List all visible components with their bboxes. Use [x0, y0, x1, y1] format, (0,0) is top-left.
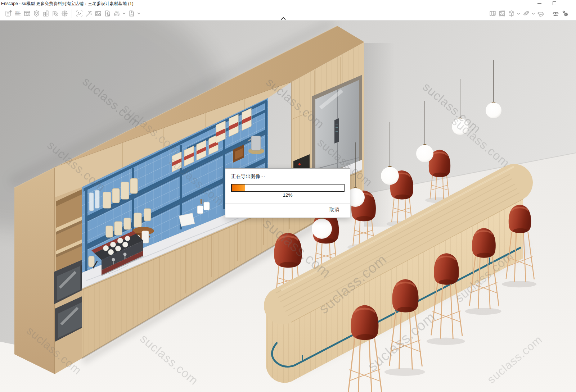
texture-image-icon [498, 10, 506, 17]
bim-icon: BIM [14, 10, 22, 17]
export-progress-bar [231, 184, 345, 192]
panorama-360-icon: 360° [113, 10, 121, 17]
svg-text:EXE: EXE [130, 14, 133, 16]
view-window-button[interactable] [22, 8, 32, 19]
window-titlebar: Enscape - su模型 更多免费资料到淘宝店铺：三老爹设计素材基地 (1) [0, 0, 576, 6]
screenshot-button[interactable] [75, 8, 84, 19]
dialog-divider [225, 203, 350, 204]
screenshot-icon [76, 10, 83, 17]
cancel-button[interactable]: 取消 [328, 206, 341, 214]
svg-text:360°: 360° [115, 10, 119, 13]
eye-settings-icon [552, 10, 559, 17]
collapse-toolbar-button[interactable] [278, 14, 289, 20]
vr-headset-icon [537, 10, 545, 17]
cube-3d-button[interactable] [507, 8, 516, 19]
toolbar-left-group: BIM [0, 8, 141, 19]
shield-pin-icon [33, 10, 40, 17]
visual-settings-button[interactable] [551, 8, 560, 19]
chevron-down-icon [517, 13, 520, 15]
wing-dropdown[interactable] [531, 8, 536, 19]
toolbar-right-group [488, 6, 570, 20]
chevron-down-icon [532, 13, 535, 15]
chevron-down-icon [137, 12, 140, 14]
photo-button[interactable] [93, 8, 103, 19]
exe-export-button[interactable]: EXE [127, 8, 136, 19]
svg-text:BIM: BIM [15, 10, 19, 13]
building-flash-icon [51, 10, 59, 17]
cabinet-end-panel [14, 167, 55, 374]
view-window-icon [23, 10, 31, 17]
export-progress-dialog: 正在导出图像··· 12% 取消 [225, 168, 350, 218]
exe-export-icon: EXE [128, 10, 135, 17]
cube-3d-icon [508, 10, 515, 17]
wing-flight-button[interactable] [521, 8, 531, 19]
chevron-up-icon [280, 17, 286, 20]
panorama-360-button[interactable]: 360° [112, 8, 121, 19]
export-progress-fill [232, 184, 245, 191]
texture-image-button[interactable] [497, 8, 507, 19]
exe-dropdown[interactable] [136, 8, 141, 19]
bim-button[interactable]: BIM [13, 8, 22, 19]
buildings-button[interactable] [41, 8, 50, 19]
window-title: Enscape - su模型 更多免费资料到淘宝店铺：三老爹设计素材基地 (1) [1, 1, 133, 7]
notes-button[interactable] [4, 8, 13, 19]
dialog-title: 正在导出图像··· [231, 173, 265, 180]
minimize-icon [537, 3, 541, 4]
magic-wand-button[interactable] [84, 8, 93, 19]
building-flash-button[interactable] [50, 8, 60, 19]
maximize-icon [553, 1, 556, 5]
notes-icon [5, 10, 12, 17]
file-export-icon [104, 10, 111, 17]
toolbar-separator [548, 9, 548, 18]
map-pin-button[interactable] [488, 8, 497, 19]
chevron-down-icon [122, 12, 126, 14]
film-reel-button[interactable] [60, 8, 69, 19]
gear-icon [561, 10, 569, 17]
vr-headset-button[interactable] [536, 8, 545, 19]
shield-pin-button[interactable] [32, 8, 41, 19]
buildings-icon [42, 10, 50, 17]
settings-button[interactable] [560, 8, 570, 19]
toolbar-separator [72, 9, 72, 18]
panorama-dropdown[interactable] [121, 8, 127, 19]
maximize-button[interactable] [547, 0, 562, 6]
minimize-button[interactable] [532, 0, 546, 6]
film-reel-icon [61, 10, 68, 17]
cube-dropdown[interactable] [516, 8, 521, 19]
file-export-button[interactable] [103, 8, 112, 19]
wing-icon [522, 10, 530, 17]
map-pin-icon [489, 10, 496, 17]
photo-icon [94, 10, 102, 17]
magic-wand-icon [85, 10, 93, 17]
progress-percent: 12% [225, 192, 350, 198]
